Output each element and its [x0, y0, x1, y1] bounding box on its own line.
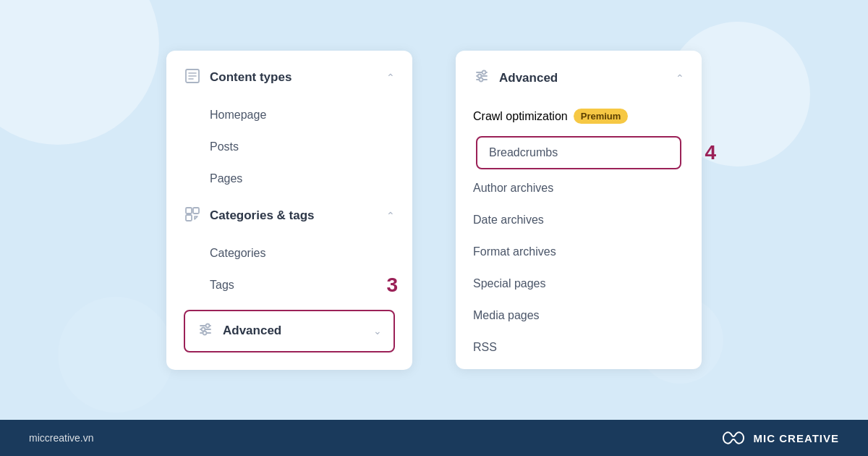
footer-website: miccreative.vn — [29, 432, 93, 444]
right-panel: Advanced ⌃ Crawl optimization Premium Br… — [456, 51, 702, 369]
advanced-header[interactable]: Advanced ⌄ — [184, 310, 395, 352]
svg-point-18 — [480, 78, 483, 82]
right-advanced-icon — [473, 68, 490, 88]
tags-item[interactable]: Tags 3 — [166, 269, 412, 301]
rss-item[interactable]: RSS — [456, 332, 702, 363]
homepage-item[interactable]: Homepage — [166, 99, 412, 131]
svg-rect-5 — [193, 208, 199, 214]
pages-item[interactable]: Pages — [166, 163, 412, 195]
footer: miccreative.vn MIC CREATIVE — [0, 420, 868, 456]
breadcrumbs-label: Breadcrumbs — [489, 146, 558, 159]
media-pages-item[interactable]: Media pages — [456, 300, 702, 332]
svg-rect-6 — [186, 215, 192, 221]
content-types-icon — [184, 68, 201, 88]
breadcrumbs-item[interactable]: Breadcrumbs — [476, 136, 681, 169]
categories-item[interactable]: Categories — [166, 237, 412, 269]
content-types-title: Content types — [210, 70, 292, 85]
advanced-title: Advanced — [223, 324, 281, 338]
posts-item[interactable]: Posts — [166, 131, 412, 163]
svg-rect-4 — [186, 208, 192, 214]
advanced-icon — [197, 321, 214, 341]
left-panel: Content types ⌃ Homepage Posts Pages Cat… — [166, 51, 412, 370]
svg-point-12 — [203, 331, 207, 334]
breadcrumbs-wrapper: Breadcrumbs 4 — [456, 133, 702, 172]
categories-tags-header[interactable]: Categories & tags ⌃ — [166, 195, 412, 237]
crawl-optimization-label: Crawl optimization — [473, 110, 568, 123]
footer-logo-icon — [720, 429, 746, 447]
special-pages-item[interactable]: Special pages — [456, 268, 702, 300]
footer-brand-area: MIC CREATIVE — [720, 429, 839, 447]
footer-brand-name: MIC CREATIVE — [754, 432, 839, 444]
svg-point-16 — [482, 71, 486, 75]
categories-tags-chevron: ⌃ — [386, 210, 395, 221]
date-archives-item[interactable]: Date archives — [456, 204, 702, 236]
premium-badge: Premium — [574, 109, 629, 124]
format-archives-item[interactable]: Format archives — [456, 236, 702, 268]
content-types-header[interactable]: Content types ⌃ — [166, 56, 412, 99]
right-advanced-header[interactable]: Advanced ⌃ — [456, 56, 702, 99]
tags-badge: 3 — [386, 274, 398, 297]
categories-tags-title: Categories & tags — [210, 208, 315, 223]
right-advanced-chevron: ⌃ — [676, 72, 684, 84]
content-types-chevron: ⌃ — [386, 72, 395, 83]
svg-point-10 — [206, 324, 210, 327]
author-archives-item[interactable]: Author archives — [456, 172, 702, 204]
crawl-optimization-item[interactable]: Crawl optimization Premium — [456, 99, 702, 133]
right-advanced-title: Advanced — [499, 71, 558, 85]
categories-icon — [184, 206, 201, 226]
advanced-section-wrapper: Advanced ⌄ — [166, 301, 412, 364]
advanced-chevron: ⌄ — [373, 325, 382, 337]
breadcrumbs-badge: 4 — [705, 141, 716, 164]
